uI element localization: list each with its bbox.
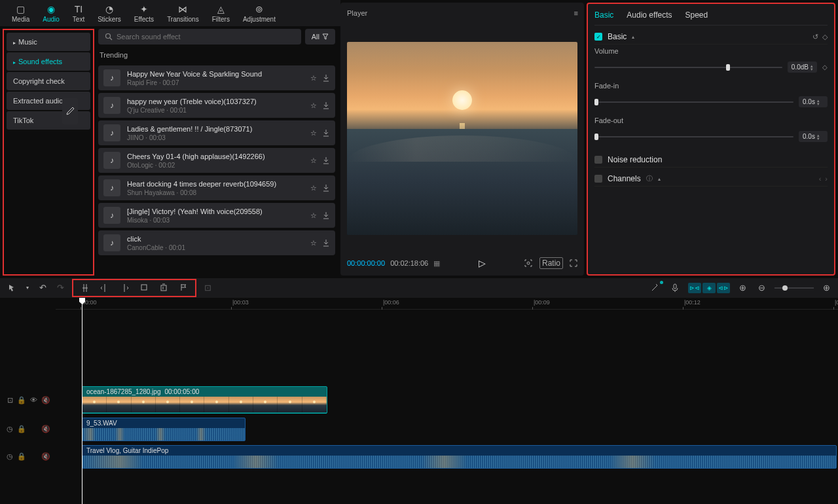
fadeout-slider[interactable] xyxy=(594,136,793,137)
enhance-icon[interactable] xyxy=(647,282,662,294)
channels-checkbox[interactable] xyxy=(594,175,602,183)
zoom-out[interactable]: ⊖ xyxy=(756,281,768,294)
sound-item[interactable]: ♪ Cheers Yay 01-4 (high applause)(149226… xyxy=(98,148,335,173)
right-tab-speed[interactable]: Speed xyxy=(685,10,708,20)
fullscreen-icon[interactable] xyxy=(570,259,577,267)
top-tab-filters[interactable]: ◬Filters xyxy=(206,3,236,24)
keyframe-icon[interactable]: ◇ xyxy=(822,33,828,41)
sound-meta: Rapid Fire · 00:07 xyxy=(127,79,304,86)
top-tab-media[interactable]: ▢Media xyxy=(5,3,36,24)
favorite-icon[interactable]: ☆ xyxy=(310,184,317,192)
zoom-in[interactable]: ⊕ xyxy=(820,281,833,294)
link-icon[interactable]: ⊕ xyxy=(737,281,749,294)
sound-item[interactable]: ♪ happy new year (Treble voice)(1037327)… xyxy=(98,93,335,118)
top-tab-adjustment[interactable]: ⊚Adjustment xyxy=(236,3,282,24)
split-right-tool[interactable] xyxy=(118,282,131,294)
audio-clip-1[interactable]: 9_53.WAV xyxy=(82,418,246,441)
favorite-icon[interactable]: ☆ xyxy=(310,156,317,165)
right-tab-audio-effects[interactable]: Audio effects xyxy=(627,10,672,20)
sound-item[interactable]: ♪ Heart docking 4 times deeper reverb(10… xyxy=(98,175,335,200)
list-icon[interactable]: ▦ xyxy=(433,259,440,268)
track-lock-icon[interactable]: 🔒 xyxy=(17,425,26,433)
player-video[interactable] xyxy=(347,42,577,235)
reset-icon[interactable]: ↺ xyxy=(812,33,818,41)
split-tool[interactable] xyxy=(79,282,92,294)
flag-tool[interactable] xyxy=(177,282,190,294)
track-lock-icon[interactable]: 🔒 xyxy=(17,396,26,405)
magnet-2[interactable]: ◈ xyxy=(702,283,716,293)
ratio-button[interactable]: Ratio xyxy=(539,257,563,269)
download-icon[interactable] xyxy=(322,156,330,165)
sound-item[interactable]: ♪ Ladies & gentlemen! !! / Jingle(873071… xyxy=(98,120,335,145)
basic-checkbox[interactable]: ✓ xyxy=(594,33,602,41)
volume-slider[interactable] xyxy=(594,67,782,68)
track-mute-icon[interactable]: 🔇 xyxy=(41,425,50,433)
collapse-icon[interactable]: ▴ xyxy=(632,34,634,40)
favorite-icon[interactable]: ☆ xyxy=(310,211,317,220)
nav-prev-icon[interactable]: ‹ xyxy=(819,175,822,183)
audio-clip-2[interactable]: Travel Vlog, Guitar IndiePop xyxy=(82,445,837,469)
sound-item[interactable]: ♪ click CanonCable · 00:01 ☆ xyxy=(98,230,335,255)
delete-tool[interactable] xyxy=(157,282,170,294)
search-input[interactable] xyxy=(117,33,295,41)
sidebar-item-music[interactable]: Music xyxy=(7,33,90,51)
play-button[interactable]: ▷ xyxy=(479,258,486,268)
all-filter-button[interactable]: All xyxy=(305,29,335,45)
right-tab-basic[interactable]: Basic xyxy=(594,10,613,20)
sound-item[interactable]: ♪ Happy New Year Voice & Sparkling Sound… xyxy=(98,65,335,90)
track-lock-icon[interactable]: 🔒 xyxy=(17,452,26,461)
fadein-slider[interactable] xyxy=(594,101,793,103)
track-clock-icon[interactable]: ◷ xyxy=(7,452,13,461)
noise-checkbox[interactable] xyxy=(594,156,602,164)
magnet-1[interactable]: ⊳⊲ xyxy=(688,283,701,293)
track-mute-icon[interactable]: 🔇 xyxy=(41,452,50,461)
pencil-tool[interactable] xyxy=(62,98,78,124)
volume-value[interactable]: 0.0dB▴▾ xyxy=(788,62,817,73)
extra-tool[interactable]: ⊡ xyxy=(202,281,214,294)
download-icon[interactable] xyxy=(322,211,330,220)
dropdown-icon[interactable]: ▾ xyxy=(24,283,31,292)
favorite-icon[interactable]: ☆ xyxy=(310,101,317,110)
track-toggle-icon[interactable]: ⊡ xyxy=(7,396,13,405)
download-icon[interactable] xyxy=(322,74,330,82)
crop-tool[interactable] xyxy=(137,282,151,294)
download-icon[interactable] xyxy=(322,184,330,192)
favorite-icon[interactable]: ☆ xyxy=(310,239,317,247)
download-icon[interactable] xyxy=(322,239,330,247)
scan-icon[interactable] xyxy=(524,259,533,268)
top-tab-text[interactable]: TIText xyxy=(66,3,91,24)
sound-item[interactable]: ♪ [Jingle] Victory! (Yeah! With voice(20… xyxy=(98,203,335,228)
collapse-icon[interactable]: ▴ xyxy=(658,176,661,182)
info-icon[interactable]: ⓘ xyxy=(646,174,653,183)
favorite-icon[interactable]: ☆ xyxy=(310,129,317,137)
video-clip[interactable]: ocean-1867285_1280.jpg 00:00:05:00 xyxy=(82,386,327,414)
sidebar-item-sound-effects[interactable]: Sound effects xyxy=(7,52,90,71)
nav-next-icon[interactable]: › xyxy=(825,175,828,183)
search-box[interactable] xyxy=(98,29,301,45)
track-clock-icon[interactable]: ◷ xyxy=(7,425,13,433)
track-mute-icon[interactable]: 🔇 xyxy=(41,396,50,405)
top-tab-audio[interactable]: ◉Audio xyxy=(36,3,66,24)
tab-label: Adjustment xyxy=(243,16,276,23)
track-eye-icon[interactable]: 👁 xyxy=(30,396,37,404)
top-tab-transitions[interactable]: ⋈Transitions xyxy=(160,3,206,24)
select-tool[interactable] xyxy=(5,283,18,293)
fadein-value[interactable]: 0.0s▴▾ xyxy=(799,96,828,107)
clip-name: Travel Vlog, Guitar IndiePop xyxy=(86,447,168,454)
download-icon[interactable] xyxy=(322,129,330,137)
player-menu-icon[interactable]: ≡ xyxy=(574,9,577,17)
volume-keyframe[interactable]: ◇ xyxy=(822,63,828,71)
top-tab-stickers[interactable]: ◔Stickers xyxy=(91,3,128,24)
favorite-icon[interactable]: ☆ xyxy=(310,74,317,82)
sidebar-item-copyright-check[interactable]: Copyright check xyxy=(7,72,90,90)
magnet-3[interactable]: ⊲⊳ xyxy=(717,283,730,293)
fadeout-value[interactable]: 0.0s▴▾ xyxy=(799,131,828,142)
top-tab-effects[interactable]: ✦Effects xyxy=(128,3,160,24)
playhead[interactable] xyxy=(82,298,82,504)
undo-button[interactable]: ↶ xyxy=(37,281,49,294)
mic-icon[interactable] xyxy=(668,282,682,294)
download-icon[interactable] xyxy=(322,101,330,110)
redo-button[interactable]: ↷ xyxy=(54,281,67,294)
split-left-tool[interactable] xyxy=(98,282,111,294)
zoom-slider[interactable] xyxy=(774,287,814,289)
